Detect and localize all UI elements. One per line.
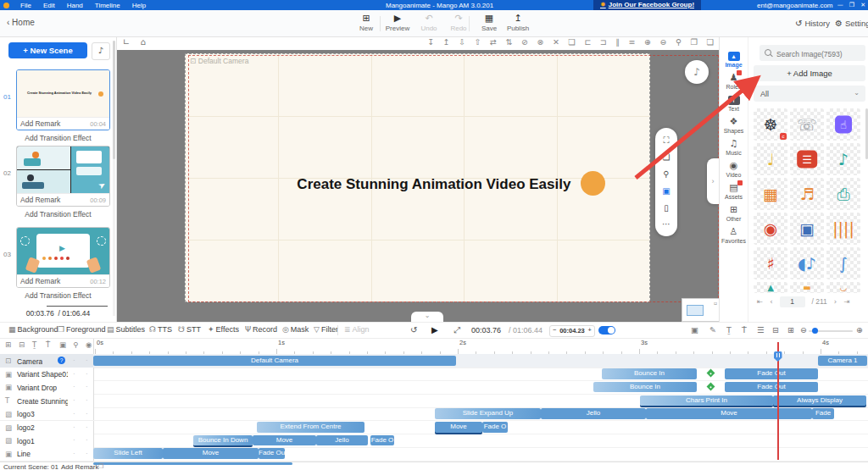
fullscreen-icon[interactable]: ⤢ <box>453 325 460 335</box>
zoom-out-icon[interactable]: ⊖ <box>800 325 807 335</box>
menu-timeline[interactable]: Timeline <box>89 2 126 9</box>
effect-bar[interactable]: Chars Print In <box>640 395 773 406</box>
fit-width-icon[interactable]: ⊟ <box>772 325 779 335</box>
track-visibility-dot[interactable]: · <box>86 357 88 364</box>
canvas-tool-icon-13[interactable]: ≡ <box>629 37 636 47</box>
close-icon[interactable]: ✕ <box>860 2 865 8</box>
present-icon[interactable]: ❏ <box>663 152 670 162</box>
track-lane[interactable]: Bounce In DownMoveJelloFade O <box>93 434 868 448</box>
track-lane[interactable]: Chars Print InAlways Display <box>93 394 868 408</box>
category-image[interactable]: ▴Image <box>720 47 748 68</box>
orange-circle-shape[interactable] <box>581 171 605 196</box>
category-text[interactable]: TText <box>720 91 748 112</box>
save-button[interactable]: ▦Save <box>475 13 504 32</box>
stepper-plus[interactable]: + <box>588 326 592 334</box>
effect-bar[interactable]: Extend From Centre <box>257 422 364 433</box>
filter-button[interactable]: ▽Filter <box>314 325 338 334</box>
canvas-tool-icon-15[interactable]: ⊖ <box>660 37 667 47</box>
effect-bar[interactable]: Fade Out <box>725 382 818 393</box>
asset-speaker-note[interactable]: ◖♪ <box>790 247 824 279</box>
effect-bar[interactable]: Move <box>435 422 482 433</box>
tts-button[interactable]: ☊TTS <box>149 325 172 334</box>
asset-orange-bar[interactable]: ▬ <box>790 282 824 293</box>
category-music[interactable]: ♫Music <box>720 135 748 156</box>
track-visibility-dot[interactable]: · <box>86 410 88 417</box>
stt-button[interactable]: ☋STT <box>178 325 201 334</box>
text-up-icon[interactable]: Ṫ <box>46 340 50 349</box>
page-next-button[interactable]: › <box>834 297 837 306</box>
track-lane[interactable]: Bounce InFade Out <box>93 380 868 395</box>
search-box[interactable] <box>760 45 865 61</box>
category-favorites[interactable]: ♙Favorites <box>720 223 748 244</box>
asset-equalizer[interactable]: |||| <box>826 213 860 245</box>
effect-bar[interactable]: Move <box>646 408 812 419</box>
play-button[interactable]: ▶ <box>431 325 438 335</box>
text-down-icon[interactable]: Ṯ <box>32 340 36 349</box>
autoplay-toggle[interactable] <box>598 326 615 335</box>
category-roles[interactable]: ♟Roles <box>720 69 748 90</box>
menu-help[interactable]: Help <box>126 2 152 9</box>
track-visibility-dot[interactable]: · <box>86 436 88 444</box>
canvas-viewport[interactable]: ⊡ Default Camera Create Stunning Animati… <box>116 50 719 322</box>
add-image-button[interactable]: + Add Image <box>754 65 865 81</box>
category-shapes[interactable]: ❖Shapes <box>720 113 748 134</box>
track-lock-dot[interactable]: · <box>73 383 75 390</box>
page-last-button[interactable]: ⇥ <box>843 297 849 306</box>
effect-bar[interactable]: Fade O <box>370 435 394 446</box>
expand-icon[interactable]: ⛶ <box>664 135 670 146</box>
home-button[interactable]: ‹ Home <box>7 18 35 27</box>
canvas-music-button[interactable]: ♪ <box>685 60 709 84</box>
collapse-bottom-handle[interactable]: ⌄ <box>411 312 443 322</box>
scenes-scrollbar[interactable] <box>113 41 115 316</box>
track-lock-dot[interactable]: · <box>73 423 75 431</box>
track-lane[interactable]: Slide LeftMoveFade Out <box>93 447 868 462</box>
track-lane[interactable]: Bounce InFade Out <box>93 368 868 382</box>
asset-film-reel[interactable]: ▣ <box>790 213 824 245</box>
monitor-icon[interactable]: ▣ <box>662 186 670 196</box>
asset-cassette-tape[interactable]: ☰ <box>790 143 824 175</box>
effect-bar[interactable]: Jello <box>316 435 368 446</box>
track-visibility-dot[interactable]: · <box>86 396 88 404</box>
menu-edit[interactable]: Edit <box>37 2 61 9</box>
account-email[interactable]: ent@mangoanimate.com <box>757 2 833 9</box>
scene-remark-row[interactable]: Add Remark00:04 <box>17 117 109 130</box>
new-button[interactable]: ⊞New <box>352 13 381 32</box>
asset-tire-wheel[interactable]: ☸c <box>754 108 787 141</box>
effect-bar[interactable]: Always Display <box>773 395 866 406</box>
asset-harmonium[interactable]: ▦ <box>754 178 787 210</box>
asset-phone-sketch[interactable]: ☏ <box>790 108 824 141</box>
track-lane[interactable]: Extend From CentreMoveFade O <box>93 421 868 435</box>
scene-card-02[interactable]: ➤Add Remark00:09 <box>16 146 110 207</box>
timeline-ruler[interactable]: 0s1s2s3s4s <box>93 337 868 355</box>
canvas-tool-icon-17[interactable]: ❐ <box>690 37 698 47</box>
canvas-tool-icon-18[interactable]: ❏ <box>706 37 714 47</box>
track-lane[interactable]: Default CameraCamera 1 <box>93 354 868 368</box>
canvas-tool-icon-16[interactable]: ⚲ <box>676 37 682 47</box>
text-down-icon[interactable]: Ṯ <box>726 325 732 335</box>
track-lock-dot[interactable]: · <box>73 370 75 378</box>
canvas-tool-icon-6[interactable]: ⊘ <box>521 37 528 47</box>
fit-all-icon[interactable]: ⊞ <box>787 325 794 335</box>
track-label[interactable]: ▨logo1·· <box>0 434 94 448</box>
duration-stepper[interactable]: − 00:04.23 + <box>549 325 595 337</box>
effects-button[interactable]: ✦Effects <box>208 325 239 334</box>
text-up-icon[interactable]: Ṫ <box>742 325 747 335</box>
facebook-link[interactable]: ✹Join Our Facebook Group! <box>593 0 701 10</box>
canvas-tool-icon-0[interactable]: ↧ <box>427 37 434 47</box>
effect-bar[interactable]: Move <box>163 448 259 459</box>
asset-thumb-chat-bubble[interactable]: ☝ <box>826 108 860 141</box>
asset-bowl[interactable]: ◡ <box>826 282 860 293</box>
canvas-tool-icon-14[interactable]: ⊕ <box>644 37 651 47</box>
sliders-icon[interactable]: ☰ <box>757 325 765 335</box>
category-filter-dropdown[interactable]: All ⌄ <box>754 86 865 102</box>
asset-trumpet[interactable]: ♬ <box>790 178 824 210</box>
zoom-in-icon[interactable]: ⊕ <box>856 325 863 335</box>
home-view-icon[interactable]: ⌂ <box>140 37 145 47</box>
track-lock-dot[interactable]: · <box>73 436 75 444</box>
timeline-zoom-slider[interactable] <box>809 330 853 332</box>
maximize-icon[interactable]: ❐ <box>849 2 854 8</box>
canvas-tool-icon-2[interactable]: ⇩ <box>459 37 465 47</box>
track-lock-dot[interactable]: · <box>73 450 75 457</box>
add-transition-effect-link[interactable]: Add Transition Effect <box>0 134 116 142</box>
object-icon[interactable]: ▣ <box>59 340 66 349</box>
